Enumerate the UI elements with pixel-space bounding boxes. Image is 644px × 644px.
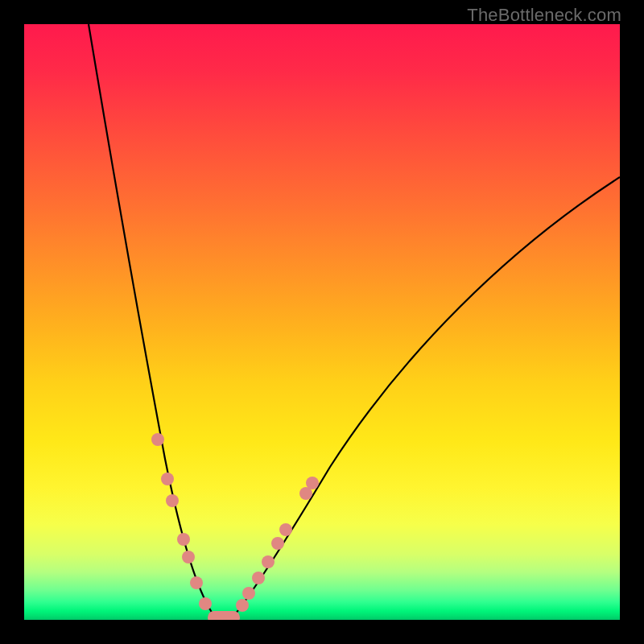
marker-dot <box>271 537 284 550</box>
plot-area <box>24 24 620 620</box>
marker-dot <box>151 433 164 446</box>
watermark-text: TheBottleneck.com <box>467 5 621 26</box>
chart-container: TheBottleneck.com <box>0 0 644 644</box>
marker-dot <box>252 572 265 584</box>
marker-dot <box>190 576 203 589</box>
marker-dot <box>242 587 255 600</box>
right-branch-curve <box>232 177 620 618</box>
marker-dot <box>262 555 275 568</box>
marker-dot <box>177 533 190 546</box>
marker-dot <box>199 597 212 610</box>
marker-dot <box>166 494 179 507</box>
marker-dot <box>236 599 249 612</box>
chart-svg <box>24 24 620 620</box>
marker-dot <box>182 551 195 564</box>
left-branch-curve <box>89 24 216 618</box>
marker-dot <box>161 473 174 485</box>
marker-pill <box>208 611 240 620</box>
marker-dot <box>279 523 292 536</box>
marker-dot <box>306 477 319 489</box>
